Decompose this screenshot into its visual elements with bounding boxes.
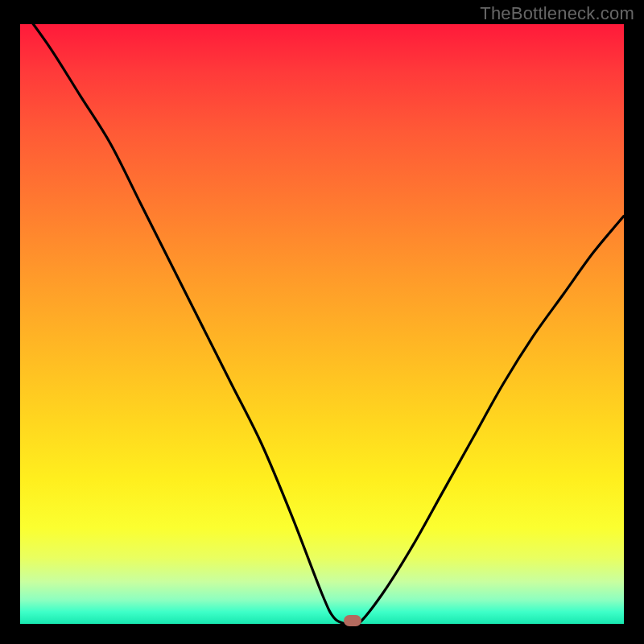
- optimal-point-marker: [344, 615, 361, 626]
- chart-frame: TheBottleneck.com: [0, 0, 644, 644]
- plot-area: [20, 24, 624, 624]
- bottleneck-curve-path: [20, 24, 624, 624]
- watermark-text: TheBottleneck.com: [480, 3, 634, 24]
- curve-svg: [20, 24, 624, 624]
